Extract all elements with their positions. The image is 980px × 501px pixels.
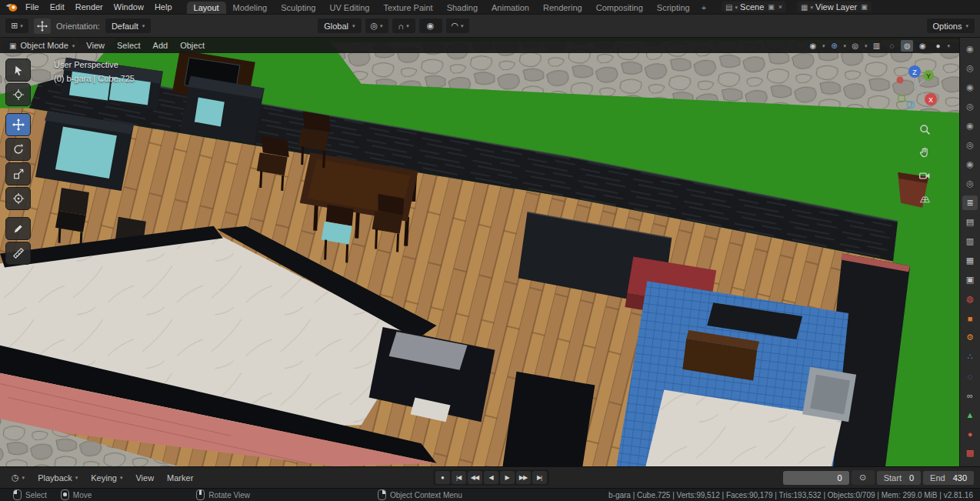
object-type-visibility-dropdown-icon[interactable]: ▾: [822, 43, 825, 48]
current-frame-field[interactable]: 0: [783, 471, 849, 485]
new-view-layer-icon[interactable]: ▣: [861, 3, 868, 11]
shading-rendered-icon[interactable]: ●: [932, 40, 944, 52]
properties-tool-icon[interactable]: ≣: [962, 195, 978, 210]
properties-output-icon[interactable]: ▥: [962, 234, 978, 249]
add-workspace-button[interactable]: +: [697, 2, 711, 14]
bathroom[interactable]: [616, 281, 856, 466]
menu-render[interactable]: Render: [70, 2, 108, 12]
scene-render[interactable]: [0, 38, 959, 466]
blender-logo-icon[interactable]: [5, 2, 18, 12]
properties-constraints-icon[interactable]: ∞: [962, 388, 978, 402]
show-overlays-dropdown-icon[interactable]: ▾: [865, 43, 868, 48]
play-reverse-button[interactable]: ◀: [484, 471, 498, 484]
properties-material-icon[interactable]: ●: [962, 426, 978, 441]
options-dropdown[interactable]: Options ▾: [927, 18, 975, 33]
toggle-xray-icon[interactable]: ▥: [870, 40, 882, 52]
restrict-viewport-icon[interactable]: ◎: [962, 61, 978, 75]
frame-start-field[interactable]: Start 0: [877, 471, 921, 485]
timeline-editor-type-button[interactable]: ◷▾: [6, 472, 30, 483]
viewport-menu-add[interactable]: Add: [148, 40, 174, 51]
camera-view-icon[interactable]: [916, 167, 933, 184]
viewport-menu-view[interactable]: View: [81, 40, 110, 51]
tab-compositing[interactable]: Compositing: [589, 2, 650, 14]
transform-orientation-dropdown[interactable]: Global ▾: [318, 18, 361, 33]
properties-object-data-icon[interactable]: ▲: [962, 407, 978, 422]
pan-hand-icon[interactable]: [916, 144, 933, 161]
jump-to-next-keyframe-button[interactable]: ▶▶: [516, 471, 531, 484]
filter-mesh-icon[interactable]: ◎: [962, 138, 978, 152]
tool-transform-button[interactable]: [5, 187, 31, 210]
scene-selector[interactable]: ▤ ▾ Scene ▣ ×: [722, 2, 786, 12]
menu-file[interactable]: File: [20, 2, 45, 12]
shading-material-icon[interactable]: ◉: [916, 40, 928, 52]
snap-toggle-button[interactable]: ∩▾: [392, 18, 415, 33]
toggle-perspective-icon[interactable]: [916, 190, 933, 207]
viewport-menu-select[interactable]: Select: [112, 40, 146, 51]
properties-scene-icon[interactable]: ▣: [962, 272, 978, 287]
properties-view-layer-icon[interactable]: ▦: [962, 253, 978, 268]
scene-name[interactable]: Scene: [740, 2, 764, 12]
sofa-right[interactable]: [180, 76, 265, 145]
tab-layout[interactable]: Layout: [187, 2, 226, 14]
shading-solid-icon[interactable]: ◍: [901, 40, 913, 52]
filter-collection-icon[interactable]: ◎: [962, 99, 978, 114]
jump-to-prev-keyframe-button[interactable]: ◀◀: [468, 471, 482, 484]
editor-type-button[interactable]: ⊞▾: [5, 18, 28, 33]
view-layer-name[interactable]: View Layer: [815, 2, 857, 12]
jump-to-end-button[interactable]: ▶|: [532, 471, 547, 484]
filter-light-icon[interactable]: ◉: [962, 157, 978, 172]
tool-scale-button[interactable]: [5, 162, 31, 185]
auto-keying-button[interactable]: ●: [435, 471, 450, 484]
view-layer-browse-dropdown-icon[interactable]: ▾: [811, 5, 814, 10]
navigation-gizmo[interactable]: Z Y X: [890, 62, 939, 115]
proportional-falloff-dropdown[interactable]: ◠▾: [446, 18, 469, 33]
properties-render-icon[interactable]: ▤: [962, 215, 978, 229]
jump-to-start-button[interactable]: |◀: [452, 471, 466, 484]
tab-scripting[interactable]: Scripting: [650, 2, 697, 14]
timeline-menu-playback[interactable]: Playback▾: [32, 473, 83, 483]
shading-rendered-dropdown-icon[interactable]: ▾: [947, 43, 950, 48]
tab-animation[interactable]: Animation: [485, 2, 536, 14]
tool-measure-button[interactable]: [5, 242, 31, 265]
tool-move-button[interactable]: [5, 113, 31, 136]
use-preview-range-button[interactable]: ⊙: [852, 470, 875, 485]
tab-modeling[interactable]: Modeling: [226, 2, 275, 14]
properties-world-icon[interactable]: ◍: [962, 292, 978, 306]
pivot-point-dropdown[interactable]: ◎▾: [365, 18, 388, 33]
filter-object-icon[interactable]: ◉: [962, 119, 978, 133]
sofa-left[interactable]: [35, 111, 134, 190]
new-scene-icon[interactable]: ▣: [768, 3, 775, 11]
scene-browse-dropdown-icon[interactable]: ▾: [735, 5, 738, 10]
tool-cursor-button[interactable]: [5, 83, 31, 106]
restrict-select-icon[interactable]: ◉: [962, 80, 978, 95]
timeline-menu-marker[interactable]: Marker: [162, 473, 198, 483]
tab-rendering[interactable]: Rendering: [536, 2, 589, 14]
show-gizmos-dropdown-icon[interactable]: ▾: [843, 43, 846, 48]
orientation-dropdown[interactable]: Default ▾: [105, 18, 151, 33]
mode-dropdown[interactable]: ▣ Object Mode ▾: [5, 40, 79, 51]
menu-help[interactable]: Help: [149, 2, 178, 12]
tab-shading[interactable]: Shading: [440, 2, 485, 14]
show-overlays-icon[interactable]: ◎: [849, 40, 862, 52]
unlink-scene-icon[interactable]: ×: [778, 3, 782, 11]
restrict-render-icon[interactable]: ◉: [962, 42, 978, 56]
dark-cabinet[interactable]: [502, 372, 595, 466]
viewport-menu-object[interactable]: Object: [175, 40, 210, 51]
timeline-menu-keying[interactable]: Keying▾: [85, 473, 128, 483]
properties-texture-icon[interactable]: ▩: [962, 446, 978, 460]
tab-uv-editing[interactable]: UV Editing: [322, 2, 376, 14]
properties-modifiers-icon[interactable]: ⚙: [962, 330, 978, 345]
filter-camera-icon[interactable]: ◎: [962, 176, 978, 191]
properties-object-icon[interactable]: ■: [962, 311, 978, 326]
shading-wireframe-icon[interactable]: ◌: [885, 40, 898, 52]
menu-edit[interactable]: Edit: [45, 2, 70, 12]
viewport-3d[interactable]: ▣ Object Mode ▾ View Select Add Object ◉…: [0, 38, 959, 466]
properties-physics-icon[interactable]: ◌: [962, 369, 978, 383]
tool-rotate-button[interactable]: [5, 138, 31, 161]
zoom-icon[interactable]: [916, 121, 933, 138]
object-type-visibility-icon[interactable]: ◉: [807, 40, 819, 52]
tool-select-box-button[interactable]: [5, 58, 31, 82]
proportional-editing-button[interactable]: ◉: [419, 18, 442, 33]
show-gizmos-icon[interactable]: ⊕: [828, 40, 840, 52]
play-button[interactable]: ▶: [500, 471, 515, 484]
